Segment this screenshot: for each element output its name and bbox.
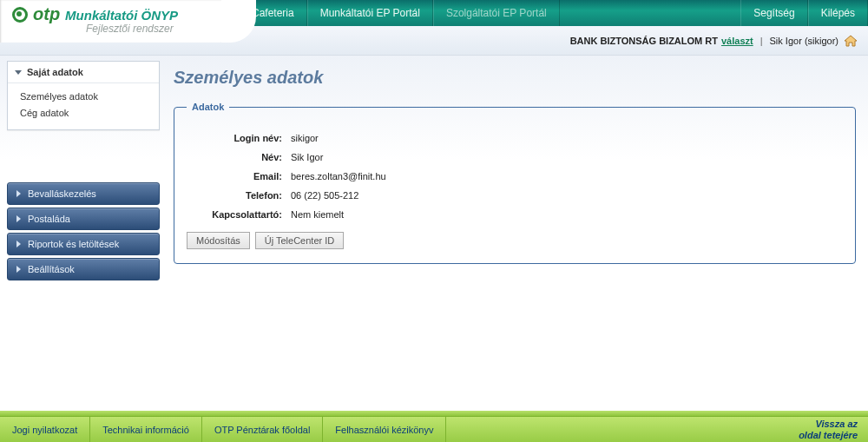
current-user: Sik Igor (sikigor) [770,36,838,46]
new-telecenter-button[interactable]: Új TeleCenter ID [255,232,345,249]
brand-block: otp Munkáltatói ÖNYP Fejlesztői rendszer [0,0,239,43]
page-title: Személyes adatok [174,68,856,88]
brand-name: otp [33,4,60,24]
sidebar-item-ceg[interactable]: Cég adatok [20,105,150,122]
home-icon[interactable] [844,35,858,47]
brand-product: Munkáltatói ÖNYP [65,8,178,23]
label-email: Email: [187,171,291,181]
adatok-fieldset: Adatok Login név: sikigor Név: Sik Igor … [174,102,856,264]
sidebar-menu-riportok[interactable]: Riportok és letöltések [7,233,160,255]
footer: Jogi nyilatkozat Technikai információ OT… [0,411,868,442]
main-content: Személyes adatok Adatok Login név: sikig… [160,56,861,412]
row-contact: Kapcsolattartó: Nem kiemelt [187,209,843,220]
svg-marker-0 [845,36,857,46]
sidebar-panel-title: Saját adatok [27,67,83,77]
sidebar: Saját adatok Személyes adatok Cég adatok… [7,56,160,412]
back-to-top-link[interactable]: Vissza az oldal tetejére [799,419,868,440]
chevron-right-icon [16,266,21,273]
company-name: BANK BIZTONSÁG BIZALOM RT [570,36,718,46]
row-email: Email: beres.zoltan3@finit.hu [187,171,843,181]
sidebar-panel-header[interactable]: Saját adatok [8,62,159,83]
modify-button[interactable]: Módosítás [187,232,250,249]
row-login: Login név: sikigor [187,133,843,143]
nav-help[interactable]: Segítség [740,0,807,26]
footer-link-kezikonyv[interactable]: Felhasználói kézikönyv [323,425,445,435]
label-contact: Kapcsolattartó: [187,209,291,220]
choose-company-link[interactable]: választ [721,36,753,46]
footer-link-jogi[interactable]: Jogi nyilatkozat [0,425,89,435]
top-nav: Cafeteria Munkáltatói EP Portál Szolgált… [239,0,868,26]
sidebar-active-panel: Saját adatok Személyes adatok Cég adatok [7,61,160,130]
top-bar: otp Munkáltatói ÖNYP Fejlesztői rendszer… [0,0,868,26]
value-email: beres.zoltan3@finit.hu [291,171,386,181]
nav-munkaltatoi-ep[interactable]: Munkáltatói EP Portál [307,0,433,26]
label-phone: Telefon: [187,190,291,201]
label-login: Login név: [187,133,291,143]
chevron-right-icon [16,241,21,247]
label-name: Név: [187,152,291,162]
chevron-down-icon [15,70,22,75]
footer-link-technikai[interactable]: Technikai információ [90,425,201,435]
sidebar-menu-postalada[interactable]: Postaláda [7,208,160,230]
nav-logout[interactable]: Kilépés [808,0,868,26]
brand-subtitle: Fejlesztői rendszer [12,23,239,35]
sidebar-menu-beallitasok[interactable]: Beállítások [7,258,160,280]
sidebar-menu-bevallas[interactable]: Bevalláskezelés [7,182,160,205]
row-name: Név: Sik Igor [187,152,843,162]
chevron-right-icon [16,215,21,222]
footer-link-penztarak[interactable]: OTP Pénztárak főoldal [202,425,322,435]
value-contact: Nem kiemelt [291,209,344,220]
chevron-right-icon [16,190,21,197]
otp-logo-icon [12,7,28,23]
fieldset-legend: Adatok [187,102,229,112]
value-phone: 06 (22) 505-212 [291,190,358,201]
row-phone: Telefon: 06 (22) 505-212 [187,190,843,201]
value-name: Sik Igor [291,152,323,162]
value-login: sikigor [291,133,319,143]
nav-szolgaltatoi-ep[interactable]: Szolgáltatói EP Portál [433,0,560,26]
sidebar-item-szemelyes[interactable]: Személyes adatok [20,89,150,105]
